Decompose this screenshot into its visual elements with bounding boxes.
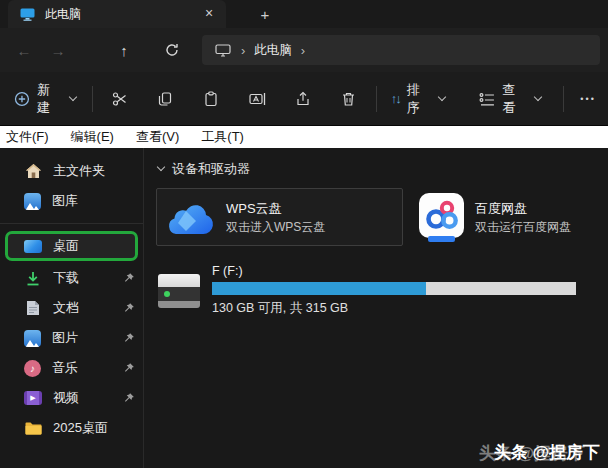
pin-icon xyxy=(123,272,135,284)
sidebar-item-label: 图库 xyxy=(52,192,135,210)
sidebar-item-downloads[interactable]: 下载 xyxy=(0,263,143,293)
clipboard-icon xyxy=(203,91,219,107)
cut-button[interactable] xyxy=(97,81,143,117)
copy-button[interactable] xyxy=(143,81,189,117)
address-bar[interactable]: › 此电脑 › xyxy=(202,35,600,65)
sidebar-item-label: 图片 xyxy=(52,329,112,347)
refresh-button[interactable] xyxy=(158,36,186,64)
sidebar-item-label: 视频 xyxy=(53,389,112,407)
breadcrumb-chevron-icon: › xyxy=(241,43,245,58)
sidebar-item-videos[interactable]: ▶ 视频 xyxy=(0,383,143,413)
menu-edit[interactable]: 编辑(E) xyxy=(71,128,114,146)
computer-icon xyxy=(214,41,232,59)
tab-bar: 此电脑 × + xyxy=(0,0,608,28)
sort-button[interactable]: ↑↓ 排序 xyxy=(381,81,456,117)
shortcut-subtitle: 双击运行百度网盘 xyxy=(475,219,571,236)
sidebar-item-music[interactable]: ♪ 音乐 xyxy=(0,353,143,383)
section-devices-and-drives[interactable]: 设备和驱动器 xyxy=(158,160,600,178)
toolbar-divider xyxy=(376,86,377,112)
drive-led-dot xyxy=(164,291,170,297)
shortcut-baidu-netdisk[interactable]: 百度网盘 双击运行百度网盘 xyxy=(411,188,579,246)
forward-button[interactable]: → xyxy=(44,36,72,64)
video-icon: ▶ xyxy=(24,391,42,405)
menu-view[interactable]: 查看(V) xyxy=(136,128,179,146)
sidebar-item-label: 下载 xyxy=(53,269,112,287)
drive-usage-text: 130 GB 可用, 共 315 GB xyxy=(212,300,576,317)
drive-usage-fill xyxy=(212,282,426,295)
menu-tools[interactable]: 工具(T) xyxy=(201,128,244,146)
toolbar-divider xyxy=(563,86,564,112)
paste-button[interactable] xyxy=(188,81,234,117)
pin-icon xyxy=(123,332,135,344)
toolbar-divider xyxy=(92,86,93,112)
classic-menu-bar: 文件(F) 编辑(E) 查看(V) 工具(T) xyxy=(0,126,608,148)
ellipsis-icon: ••• xyxy=(580,94,595,104)
file-list-pane: 设备和驱动器 WPS云盘 双击进入WPS云盘 xyxy=(144,148,608,468)
sidebar-item-label: 文档 xyxy=(53,299,112,317)
sidebar-item-home[interactable]: 主文件夹 xyxy=(0,156,143,186)
plus-circle-icon xyxy=(14,91,30,107)
drive-name: F (F:) xyxy=(212,264,576,278)
view-list-icon xyxy=(479,92,495,106)
home-icon xyxy=(24,162,42,180)
chevron-down-icon xyxy=(534,92,542,100)
menu-file[interactable]: 文件(F) xyxy=(6,128,49,146)
chevron-down-icon xyxy=(438,92,446,100)
sidebar-item-label: 2025桌面 xyxy=(53,419,135,437)
pin-icon xyxy=(123,362,135,374)
drive-usage-bar xyxy=(212,282,576,295)
pin-icon xyxy=(123,302,135,314)
new-tab-button[interactable]: + xyxy=(254,6,276,23)
section-label: 设备和驱动器 xyxy=(172,160,250,178)
up-button[interactable]: ↑ xyxy=(110,36,138,64)
copy-icon xyxy=(157,91,173,107)
sidebar-separator xyxy=(0,223,143,224)
drive-f-item[interactable]: F (F:) 130 GB 可用, 共 315 GB xyxy=(158,264,600,317)
sidebar-item-label: 主文件夹 xyxy=(53,162,135,180)
tab-close-icon[interactable]: × xyxy=(200,5,218,23)
document-icon xyxy=(24,299,42,317)
more-button[interactable]: ••• xyxy=(568,81,608,117)
breadcrumb-chevron-icon[interactable]: › xyxy=(301,43,305,58)
scissors-icon xyxy=(112,91,128,107)
tab-this-pc[interactable]: 此电脑 × xyxy=(8,0,226,28)
delete-button[interactable] xyxy=(326,81,372,117)
shortcut-title: 百度网盘 xyxy=(475,199,571,219)
navigation-sidebar: 主文件夹 图库 桌面 下载 文档 xyxy=(0,148,144,468)
share-button[interactable] xyxy=(280,81,326,117)
sidebar-item-desktop[interactable]: 桌面 xyxy=(5,231,138,261)
baidu-netdisk-icon xyxy=(419,193,464,242)
command-toolbar: 新建 ↑↓ 排序 查看 ••• xyxy=(0,72,608,126)
view-button[interactable]: 查看 xyxy=(469,81,551,117)
window-body: 主文件夹 图库 桌面 下载 文档 xyxy=(0,148,608,468)
trash-icon xyxy=(341,91,356,107)
rename-button[interactable] xyxy=(234,81,280,117)
music-icon: ♪ xyxy=(24,360,41,377)
rename-icon xyxy=(249,91,266,107)
watermark-text: 头条 @捏房下 xyxy=(494,441,600,464)
sidebar-item-label: 音乐 xyxy=(52,359,112,377)
new-button-label: 新建 xyxy=(37,81,63,117)
navigation-bar: ← → ↑ › 此电脑 › xyxy=(0,28,608,72)
folder-icon xyxy=(24,419,42,437)
sidebar-item-gallery[interactable]: 图库 xyxy=(0,186,143,216)
wps-cloud-icon xyxy=(165,198,215,236)
gallery-icon xyxy=(24,193,41,210)
desktop-icon xyxy=(24,240,42,253)
pin-icon xyxy=(123,392,135,404)
sidebar-item-2025-desktop[interactable]: 2025桌面 xyxy=(0,413,143,443)
sort-arrows-icon: ↑↓ xyxy=(391,91,400,106)
share-icon xyxy=(295,91,311,107)
new-button[interactable]: 新建 xyxy=(0,81,88,117)
hard-drive-icon xyxy=(158,274,200,308)
shortcut-title: WPS云盘 xyxy=(226,199,325,219)
chevron-down-icon xyxy=(69,92,77,100)
download-icon xyxy=(24,269,42,287)
back-button[interactable]: ← xyxy=(10,36,38,64)
shortcut-wps-cloud[interactable]: WPS云盘 双击进入WPS云盘 xyxy=(156,188,403,246)
view-button-label: 查看 xyxy=(502,81,528,117)
breadcrumb-this-pc[interactable]: 此电脑 xyxy=(254,42,292,59)
shortcut-subtitle: 双击进入WPS云盘 xyxy=(226,219,325,236)
sidebar-item-pictures[interactable]: 图片 xyxy=(0,323,143,353)
sidebar-item-documents[interactable]: 文档 xyxy=(0,293,143,323)
